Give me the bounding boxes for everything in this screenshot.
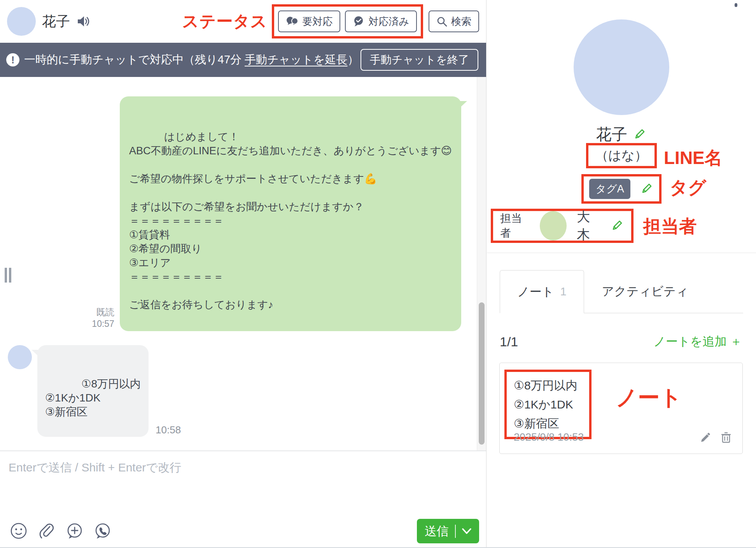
customer-avatar (8, 345, 32, 369)
corner-dot (735, 3, 737, 7)
message-incoming-1: ①8万円以内 ②1Kか1DK ③新宿区 10:58 (8, 345, 461, 437)
need-action-button[interactable]: 要対応 (278, 10, 340, 32)
tag-annotation-box: タグA (581, 174, 661, 204)
speech-bubbles-icon (286, 16, 298, 27)
banner-text: 一時的に手動チャットで対応中（残り47分 (24, 53, 245, 66)
note-annotation-box: ①8万円以内 ②1Kか1DK ③新宿区 (504, 370, 592, 439)
status-annotation-box: 要対応 対応済み (272, 4, 423, 38)
speaker-icon[interactable] (77, 16, 90, 27)
add-content-icon[interactable] (65, 522, 84, 540)
line-call-icon[interactable] (93, 522, 112, 540)
manager-name: 大木 (577, 208, 601, 244)
chat-message-area: 既読 10:57 はじめまして！ ABC不動産のLINEに友だち追加いただき、あ… (0, 77, 486, 450)
customer-avatar (7, 7, 36, 36)
note-text: ①8万円以内 ②1Kか1DK ③新宿区 (507, 372, 589, 437)
edit-name-pencil-icon[interactable] (634, 127, 647, 142)
message-time: 10:57 (92, 318, 114, 330)
annotation-line-name: LINE名 (664, 146, 723, 170)
edit-tag-pencil-icon[interactable] (640, 182, 654, 196)
bubble-tail (456, 101, 467, 111)
manager-annotation-box: 担当者 大木 (491, 209, 634, 243)
message-time: 10:58 (156, 424, 181, 436)
read-receipt: 既読 (92, 306, 114, 318)
message-outgoing-1: 既読 10:57 はじめまして！ ABC不動産のLINEに友だち追加いただき、あ… (8, 96, 461, 331)
manual-chat-banner: ! 一時的に手動チャットで対応中（残り47分 手動チャットを延長） 手動チャット… (0, 43, 486, 77)
annotation-note: ノート (616, 383, 682, 413)
annotation-manager: 担当者 (643, 215, 697, 239)
check-bubble-icon (353, 16, 364, 27)
done-button[interactable]: 対応済み (345, 10, 417, 32)
line-chat-manager-window: 花子 ステータス 要対応 (0, 0, 756, 548)
message-input[interactable] (9, 460, 467, 510)
sidebar-divider (487, 253, 756, 253)
notes-count-badge: 1 (560, 285, 566, 298)
customer-profile-sidebar: 花子 （はな） LINE名 タグA タグ (487, 0, 756, 547)
extend-manual-chat-link[interactable]: 手動チャットを延長 (245, 53, 347, 66)
bubble-tail (32, 350, 42, 360)
chat-header: 花子 ステータス 要対応 (0, 0, 486, 43)
alert-icon: ! (6, 53, 19, 66)
line-display-name: （はな） (595, 148, 648, 162)
note-timestamp: 2025/9/8 10:53 (514, 431, 584, 443)
chat-pane: 花子 ステータス 要対応 (0, 0, 486, 547)
attachment-icon[interactable] (37, 522, 56, 540)
manager-avatar (540, 211, 567, 241)
chevron-down-icon (462, 528, 471, 534)
message-bubble: はじめまして！ ABC不動産のLINEに友だち追加いただき、ありがとうございます… (120, 96, 461, 331)
annotation-tag: タグ (670, 176, 706, 200)
search-button[interactable]: 検索 (429, 10, 479, 32)
customer-name: 花子 (42, 12, 70, 31)
edit-note-pencil-icon[interactable] (700, 432, 711, 443)
message-bubble: ①8万円以内 ②1Kか1DK ③新宿区 (37, 345, 149, 437)
profile-name: 花子 (596, 124, 627, 145)
tab-notes[interactable]: ノート 1 (500, 270, 584, 313)
send-button[interactable]: 送信 (417, 519, 479, 543)
edit-manager-pencil-icon[interactable] (611, 218, 624, 233)
note-card: ①8万円以内 ②1Kか1DK ③新宿区 ノート 2025/9/8 10:53 (499, 363, 743, 454)
sidebar-tabs: ノート 1 アクティビティ (500, 270, 743, 313)
note-pagination: 1/1 (500, 334, 518, 349)
manager-label: 担当者 (500, 211, 530, 241)
profile-avatar (574, 19, 669, 115)
line-name-annotation-box: （はな） (586, 143, 657, 168)
search-icon (436, 16, 447, 27)
pane-drag-handle[interactable] (5, 268, 11, 283)
chat-scrollbar-thumb[interactable] (479, 302, 485, 445)
chat-scrollbar[interactable] (477, 77, 486, 450)
annotation-status: ステータス (182, 10, 267, 32)
message-composer: 送信 (0, 450, 486, 547)
tab-activity[interactable]: アクティビティ (584, 270, 706, 313)
emoji-icon[interactable] (9, 522, 28, 540)
delete-note-trash-icon[interactable] (721, 432, 732, 443)
end-manual-chat-button[interactable]: 手動チャットを終了 (360, 49, 478, 71)
add-note-link[interactable]: ノートを追加 ＋ (653, 333, 742, 350)
tag-chip[interactable]: タグA (589, 179, 630, 199)
